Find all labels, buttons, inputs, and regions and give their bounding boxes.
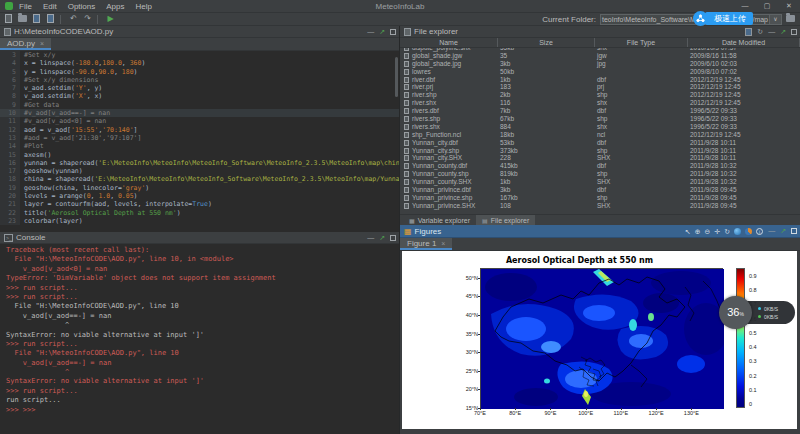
code-line[interactable]: 6#Set x/y dimensions — [0, 76, 399, 84]
maximize-panel-icon[interactable] — [791, 228, 797, 234]
table-row[interactable]: Yunnan_county.SHX1kbSHX2011/9/28 10:32 — [400, 178, 800, 186]
open-file-icon[interactable] — [17, 14, 28, 24]
table-row[interactable]: Yunnan_city.SHX228SHX2011/9/28 10:11 — [400, 154, 800, 162]
table-row[interactable]: global_shade.jpg3kbjpg2009/6/10 02:03 — [400, 60, 800, 68]
refresh-icon[interactable]: ↻ — [757, 27, 763, 37]
share-nodes-icon[interactable] — [693, 11, 708, 26]
browse-folder-icon[interactable] — [785, 14, 796, 24]
code-line[interactable]: 5y = linspace(-90.0,90.0, 180) — [0, 68, 399, 76]
info-icon[interactable]: i — [756, 228, 763, 235]
plot-canvas[interactable]: Aerosol Optical Depth at 550 nm — [402, 251, 797, 429]
table-row[interactable]: river.shx116shx2012/12/19 12:45 — [400, 99, 800, 107]
code-line[interactable]: 7v_aod.setdim('Y', y) — [0, 84, 399, 92]
rotate-icon[interactable]: ↻ — [724, 226, 730, 237]
table-row[interactable]: Yunnan_city.dbf53kbdbf2011/9/28 10:11 — [400, 139, 800, 147]
file-size-cell: 415kb — [500, 162, 518, 170]
code-token: #Set x/y dimensions — [24, 76, 98, 84]
table-row[interactable]: global_shade.jgw35jgw2009/8/16 11:58 — [400, 52, 800, 60]
column-header-name[interactable]: Name — [400, 38, 498, 47]
close-tab-icon[interactable]: × — [40, 40, 44, 47]
code-line[interactable]: 4x = linspace(-180.0,180.0, 360) — [0, 59, 399, 67]
table-row[interactable]: Yunnan_privince.SHX108SHX2011/9/28 09:45 — [400, 202, 800, 210]
upload-button[interactable]: 极速上传 — [705, 12, 753, 25]
code-line[interactable]: 13#aod = v_aod['21:30','97:107'] — [0, 134, 399, 142]
run-script-icon[interactable]: ▶ — [105, 14, 116, 24]
tab-aod-py[interactable]: AOD.py × — [0, 38, 51, 50]
table-row[interactable]: Yunnan_county.dbf415kbdbf2011/9/28 10:32 — [400, 162, 800, 170]
table-row[interactable]: Yunnan_privince.dbf3kbdbf2011/9/28 09:45 — [400, 186, 800, 194]
menu-edit[interactable]: Edit — [43, 2, 57, 11]
menu-options[interactable]: Options — [68, 2, 96, 11]
table-row[interactable]: rivers.shp67kbshp1996/5/22 09:33 — [400, 115, 800, 123]
select-cursor-icon[interactable]: ↖ — [685, 226, 691, 237]
identify-icon[interactable] — [745, 228, 752, 235]
table-row[interactable]: rivers.dbf7kbdbf1996/5/22 09:33 — [400, 107, 800, 115]
tab-variable-explorer[interactable]: ▦Variable explorer — [403, 215, 476, 225]
table-row[interactable]: Yunnan_city.shp373kbshp2011/9/28 10:11 — [400, 147, 800, 155]
maximize-panel-icon[interactable] — [390, 29, 396, 35]
column-header-file-type[interactable]: File Type — [595, 38, 688, 47]
minimize-panel-icon[interactable]: — — [768, 27, 775, 37]
close-window-icon[interactable]: ✕ — [778, 0, 800, 12]
console-output[interactable]: Traceback (most recent call last): File … — [0, 244, 399, 415]
code-line[interactable]: 23colorbar(layer) — [0, 217, 399, 225]
code-line[interactable]: 12aod = v_aod['15:55','70:140'] — [0, 126, 399, 134]
chevron-down-icon[interactable]: ∨ — [769, 14, 781, 25]
current-folder-combobox[interactable]: teoInfo\MeteoInfo_Software\Meteo nfo/map… — [600, 14, 782, 25]
zoom-out-icon[interactable]: ⊖ — [705, 226, 711, 237]
menu-help[interactable]: Help — [136, 2, 152, 11]
save-icon[interactable] — [31, 14, 42, 24]
column-header-size[interactable]: Size — [498, 38, 595, 47]
code-line[interactable]: 19geoshow(china, linecolor='gray') — [0, 184, 399, 192]
globe-projection-icon[interactable] — [734, 228, 741, 235]
code-line[interactable]: 10#v_aod[v_aod==-] = nan — [0, 109, 399, 117]
code-line[interactable]: 14#Plot — [0, 142, 399, 150]
code-line[interactable]: 18china = shaperead('E:\MeteoInfo\MeteoI… — [0, 175, 399, 183]
save-all-icon[interactable] — [45, 14, 56, 24]
code-editor[interactable]: 3#Set x/y4x = linspace(-180.0,180.0, 360… — [0, 51, 399, 231]
table-row[interactable]: river.shp2kbshp2012/12/19 12:45 — [400, 91, 800, 99]
minimize-panel-icon[interactable]: — — [768, 226, 775, 236]
close-tab-icon[interactable]: × — [441, 240, 445, 247]
code-line[interactable]: 15axesm() — [0, 151, 399, 159]
table-row[interactable]: river.dbf1kbdbf2012/12/19 12:45 — [400, 76, 800, 84]
table-row[interactable]: rivers.shx884shx1996/5/22 09:33 — [400, 123, 800, 131]
code-line[interactable]: 9#Get data — [0, 101, 399, 109]
minimize-panel-icon[interactable]: — — [367, 27, 374, 37]
menu-file[interactable]: File — [19, 2, 32, 11]
new-file-icon[interactable] — [3, 14, 14, 24]
maximize-panel-icon[interactable] — [791, 29, 797, 35]
code-line[interactable]: 17geoshow(yunnan) — [0, 167, 399, 175]
table-row[interactable]: Yunnan_privince.shp167kbshp2011/9/28 09:… — [400, 194, 800, 202]
minimize-panel-icon[interactable]: — — [367, 233, 374, 243]
column-header-date-modified[interactable]: Date Modified — [688, 38, 800, 47]
undo-icon[interactable]: ↶ — [68, 14, 79, 24]
float-panel-icon[interactable]: ↗ — [780, 27, 786, 37]
code-line[interactable]: 16yunnan = shaperead('E:\MeteoInfo\Meteo… — [0, 159, 399, 167]
zoom-in-icon[interactable]: ⊕ — [695, 226, 701, 237]
tab-figure-1[interactable]: Figure 1 × — [400, 238, 452, 250]
float-panel-icon[interactable]: ↗ — [780, 226, 786, 236]
table-row[interactable]: shp_Function.ncl18kbncl2012/12/19 12:45 — [400, 131, 800, 139]
redo-icon[interactable]: ↷ — [82, 14, 93, 24]
code-line[interactable]: 22title('Aerosol Optical Depth at 550 nm… — [0, 209, 399, 217]
code-line[interactable]: 21layer = contourfm(aod, levels, interpo… — [0, 200, 399, 208]
new-file-icon[interactable] — [745, 28, 752, 36]
pan-icon[interactable]: ✛ — [714, 226, 720, 237]
menu-apps[interactable]: Apps — [106, 2, 124, 11]
editor-scrollbar[interactable] — [395, 57, 398, 97]
code-line[interactable]: 8v_aod.setdim('X', x) — [0, 92, 399, 100]
code-line[interactable]: 20levels = arange(0, 1.0, 0.05) — [0, 192, 399, 200]
table-row[interactable]: river.prj183prj2012/12/19 12:45 — [400, 83, 800, 91]
code-token: 180 — [122, 68, 134, 76]
maximize-window-icon[interactable]: ▢ — [756, 0, 778, 12]
table-row[interactable]: Yunnan_county.shp819kbshp2011/9/28 10:32 — [400, 170, 800, 178]
maximize-panel-icon[interactable] — [390, 235, 396, 241]
table-row[interactable]: lowres50kb2009/8/10 07:02 — [400, 68, 800, 76]
tab-file-explorer[interactable]: ▤File explorer — [476, 215, 535, 225]
upload-overlay[interactable]: 极速上传 — [693, 11, 753, 26]
float-panel-icon[interactable]: ↗ — [379, 27, 385, 37]
code-line[interactable]: 11#v_aod[v_aod<0] = nan — [0, 117, 399, 125]
code-line[interactable]: 3#Set x/y — [0, 51, 399, 59]
float-panel-icon[interactable]: ↗ — [379, 233, 385, 243]
